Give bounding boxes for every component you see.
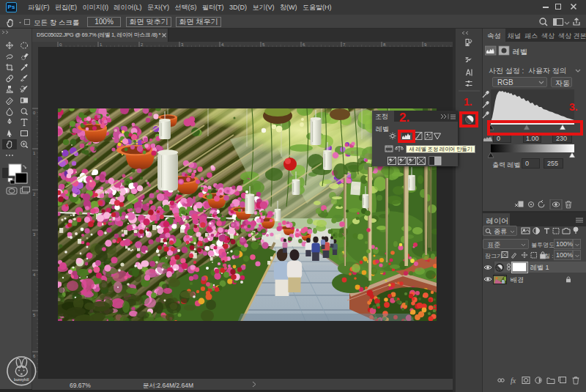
svg-text:fx: fx (511, 377, 516, 385)
svg-text:bunnyhill: bunnyhill (14, 378, 29, 382)
